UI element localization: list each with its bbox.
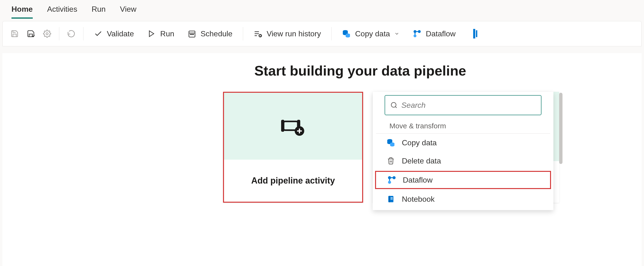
svg-point-29 (391, 102, 396, 107)
history-list-icon (254, 30, 262, 38)
dataflow-label: Dataflow (426, 30, 456, 38)
toolbar-separator (243, 27, 243, 40)
canvas: Start building your data pipeline Add pi… (2, 53, 642, 266)
save-button[interactable] (8, 27, 21, 40)
gear-icon (43, 30, 51, 38)
menu-item-copy-data[interactable]: Copy data (373, 134, 554, 152)
menu-item-label: Delete data (402, 156, 441, 166)
svg-point-15 (418, 30, 421, 33)
scrollbar[interactable] (559, 93, 562, 164)
svg-point-33 (388, 176, 391, 179)
menu-item-label: Dataflow (403, 176, 433, 184)
add-pipeline-activity-label: Add pipeline activity (251, 176, 335, 186)
svg-point-0 (46, 33, 48, 35)
calendar-icon (188, 30, 196, 38)
menu-item-notebook[interactable]: Notebook (373, 190, 554, 208)
database-icon (386, 138, 396, 148)
more-button[interactable] (468, 27, 482, 40)
settings-button[interactable] (40, 27, 54, 40)
dataflow-button[interactable]: Dataflow (408, 27, 461, 41)
svg-point-14 (414, 30, 416, 33)
activity-search-dropdown: Move & transform Copy data (373, 92, 554, 210)
validate-label: Validate (107, 30, 134, 38)
trash-icon (386, 156, 396, 166)
menu-item-delete-data[interactable]: Delete data (373, 152, 554, 170)
database-icon (342, 30, 351, 38)
dataflow-icon (413, 30, 422, 38)
choose-task-card[interactable]: a task to start Move & transform (373, 92, 559, 203)
menu-item-label: Notebook (402, 195, 434, 204)
chevron-down-icon (394, 31, 400, 36)
copy-data-label: Copy data (355, 30, 390, 38)
svg-rect-20 (281, 120, 284, 132)
search-input[interactable] (401, 101, 536, 110)
svg-point-16 (414, 34, 416, 37)
copy-data-button[interactable]: Copy data (337, 27, 405, 41)
notebook-icon (386, 194, 396, 204)
save-icon (10, 30, 19, 38)
svg-marker-1 (150, 31, 154, 36)
undo-icon (67, 30, 76, 38)
run-label: Run (160, 30, 174, 38)
search-icon (390, 102, 398, 109)
more-icon (473, 29, 478, 38)
card-row: Add pipeline activity a task to start (2, 92, 642, 203)
svg-line-30 (396, 106, 396, 108)
tab-run[interactable]: Run (92, 5, 106, 19)
section-move-transform: Move & transform (376, 120, 550, 134)
card-icon-area (224, 93, 362, 160)
view-run-history-button[interactable]: View run history (248, 27, 326, 41)
svg-rect-37 (389, 196, 390, 202)
search-box[interactable] (385, 95, 542, 115)
svg-rect-38 (390, 198, 393, 198)
save-as-button[interactable] (24, 27, 38, 40)
check-icon (94, 30, 102, 38)
toolbar-separator (83, 27, 84, 40)
pipeline-add-icon (281, 117, 305, 136)
tab-activities[interactable]: Activities (47, 5, 77, 19)
canvas-title: Start building your data pipeline (79, 62, 642, 79)
svg-point-4 (190, 34, 191, 35)
run-button[interactable]: Run (142, 27, 180, 41)
view-run-history-label: View run history (266, 30, 321, 38)
add-pipeline-activity-card[interactable]: Add pipeline activity (223, 92, 363, 203)
ribbon-tabs: Home Activities Run View (0, 0, 644, 19)
schedule-button[interactable]: Schedule (182, 27, 238, 41)
schedule-label: Schedule (200, 30, 232, 38)
toolbar-separator (59, 27, 59, 40)
menu-item-label: Copy data (402, 138, 437, 147)
toolbar: Validate Run Schedule (2, 21, 642, 46)
svg-point-6 (193, 34, 194, 35)
svg-point-35 (388, 181, 391, 184)
svg-rect-18 (476, 30, 478, 37)
svg-point-34 (392, 176, 396, 179)
save-as-icon (27, 30, 35, 38)
svg-rect-17 (473, 29, 475, 38)
svg-point-5 (192, 34, 192, 35)
tab-view[interactable]: View (120, 5, 136, 19)
svg-rect-39 (390, 199, 393, 200)
tab-home[interactable]: Home (12, 5, 33, 19)
menu-item-dataflow[interactable]: Dataflow (375, 171, 551, 189)
card-label-area: Add pipeline activity (224, 160, 362, 202)
play-icon (147, 30, 156, 38)
undo-button[interactable] (64, 27, 78, 40)
dataflow-icon (387, 175, 396, 185)
validate-button[interactable]: Validate (89, 27, 139, 41)
toolbar-separator (331, 27, 332, 40)
